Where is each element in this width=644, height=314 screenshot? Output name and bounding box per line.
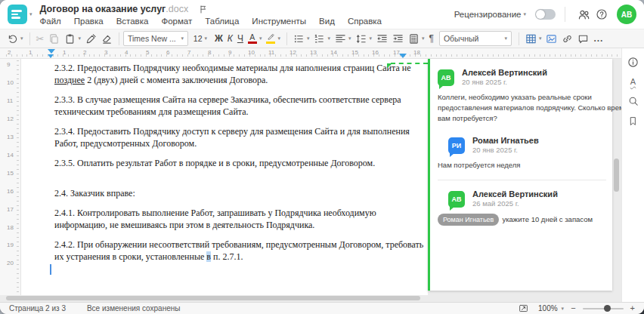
bookmarks-button[interactable] — [625, 115, 642, 127]
page-indicator[interactable]: Страница 2 из 3 — [9, 304, 66, 312]
menu-view[interactable]: Вид — [319, 17, 335, 26]
comment-item[interactable]: АВ Алексей Вертинский 20 янв 2025 г. Кол… — [438, 68, 606, 124]
clear-style-button[interactable] — [99, 31, 115, 47]
align-button[interactable]: ▾ — [333, 31, 354, 47]
format-painter-button[interactable] — [83, 31, 99, 47]
comment-reply[interactable]: АВ Алексей Вертинский 26 май 2025 г. Ром… — [438, 189, 606, 226]
decrease-indent-button[interactable] — [374, 31, 390, 47]
bold-button[interactable]: Ж — [212, 31, 225, 47]
left-indent-marker[interactable] — [48, 49, 55, 54]
numbered-list-caret-icon: ▾ — [327, 35, 330, 42]
eraser-icon — [101, 33, 113, 45]
italic-letter: К — [228, 34, 233, 43]
bullet-list-button[interactable]: ▾ — [291, 31, 312, 47]
table-caret-icon: ▾ — [539, 35, 542, 42]
bookmark-icon — [628, 116, 638, 126]
nonprinting-chars-button[interactable]: ¶ — [426, 31, 435, 47]
menu-file[interactable]: Файл — [40, 17, 61, 26]
search-button[interactable] — [625, 95, 642, 107]
font-color-button[interactable]: А ▾ — [246, 31, 265, 47]
underline-button[interactable]: Ч — [235, 31, 246, 47]
spellcheck-button[interactable]: А — [625, 75, 642, 88]
search-icon — [628, 96, 639, 106]
fit-page-icon — [519, 303, 528, 313]
workspace: 21 12 34 56 78 910 1112 1314 1516 1718 9… — [0, 48, 644, 302]
menu-help[interactable]: Справка — [348, 17, 382, 26]
insert-link-button[interactable] — [559, 31, 575, 47]
vertical-scrollbar[interactable] — [614, 159, 619, 192]
fit-width-button[interactable] — [515, 303, 531, 314]
favorite-flag-icon[interactable] — [199, 5, 208, 14]
page-margins-caret-icon: ▾ — [422, 35, 425, 42]
zoom-slider[interactable] — [583, 308, 624, 309]
titlebar: ▾ Договор на оказание услуг .docx Файл П… — [0, 0, 644, 29]
toolbar-divider — [519, 32, 519, 45]
menu-edit[interactable]: Правка — [74, 17, 104, 26]
paste-button[interactable]: ▾ — [62, 31, 83, 47]
bullet-list-caret-icon: ▾ — [307, 35, 310, 42]
zoom-out-button[interactable]: − — [571, 304, 575, 312]
numbered-list-icon — [314, 33, 325, 45]
insert-table-button[interactable]: ▾ — [523, 31, 544, 47]
numbered-list-button[interactable]: ▾ — [311, 31, 333, 47]
comment-avatar: АВ — [448, 191, 465, 208]
user-avatar[interactable]: АВ — [617, 5, 636, 24]
document-extension: .docx — [166, 4, 188, 14]
collaborators-button[interactable] — [574, 5, 593, 23]
scissors-icon: ✂ — [36, 34, 45, 44]
paragraph-2-4-1: 2.4.1. Контролировать выполнение Работ, … — [54, 207, 423, 231]
logo-menu-caret-icon[interactable]: ▾ — [29, 11, 33, 17]
undo-button[interactable]: ▾ — [5, 31, 26, 47]
insert-image-button[interactable] — [543, 31, 559, 47]
font-size-select[interactable]: 12 ▾ — [188, 31, 212, 47]
underline-letter: Ч — [237, 34, 243, 43]
hanging-indent-marker[interactable] — [48, 54, 54, 58]
zoom-in-button[interactable]: + — [630, 304, 635, 312]
align-caret-icon: ▾ — [348, 35, 351, 42]
comments-panel: АВ Алексей Вертинский 20 янв 2025 г. Кол… — [428, 59, 612, 291]
app-logo[interactable] — [8, 5, 27, 24]
app-window: ▾ Договор на оказание услуг .docx Файл П… — [0, 0, 644, 314]
line-spacing-button[interactable]: ▾ — [353, 31, 374, 47]
horizontal-ruler: 21 12 34 56 78 910 1112 1314 1516 1718 — [0, 48, 621, 59]
help-button[interactable] — [593, 5, 611, 23]
image-icon — [546, 33, 557, 45]
review-toggle[interactable] — [535, 9, 556, 20]
status-bar: Страница 2 из 3 Все изменения сохранены … — [0, 302, 644, 314]
zoom-value[interactable]: 100% — [538, 304, 558, 312]
menu-insert[interactable]: Вставка — [116, 17, 149, 26]
mention-pill[interactable]: Роман Игнатьев — [438, 214, 499, 226]
menu-table[interactable]: Таблица — [205, 17, 239, 26]
add-comment-button[interactable] — [575, 31, 591, 47]
increase-indent-button[interactable] — [390, 31, 406, 47]
page-margins-button[interactable]: ▾ — [406, 31, 427, 47]
font-name-select[interactable]: Times New ... ▾ — [123, 31, 188, 46]
style-select[interactable]: Обычный ▾ — [439, 31, 512, 46]
ellipsis-icon: ... — [593, 33, 603, 44]
review-mode-dropdown[interactable]: Рецензирование ▾ — [454, 10, 526, 19]
right-indent-marker[interactable] — [399, 54, 407, 58]
bullet-list-icon — [293, 33, 305, 45]
zoom-caret-icon[interactable]: ▾ — [562, 306, 565, 312]
brush-icon — [85, 33, 97, 45]
highlight-color-button[interactable]: ▾ — [264, 31, 283, 47]
toolbar-divider — [119, 32, 119, 45]
document-page[interactable]: 2.3.2. Предоставить Подрядчику необходим… — [21, 59, 428, 295]
highlighter-icon — [266, 33, 275, 44]
menu-format[interactable]: Формат — [161, 17, 192, 26]
about-button[interactable] — [625, 56, 642, 68]
comment-icon — [577, 33, 589, 45]
undo-caret-icon: ▾ — [20, 35, 23, 42]
font-name-caret-icon: ▾ — [181, 35, 184, 42]
italic-button[interactable]: К — [225, 31, 235, 47]
zoom-slider-knob[interactable] — [604, 305, 611, 312]
horizontal-scrollbar[interactable] — [6, 296, 420, 300]
comment-reply[interactable]: РИ Роман Игнатьев 20 янв 2025 г. Нам пот… — [438, 136, 606, 171]
cut-button[interactable]: ✂ — [34, 31, 47, 47]
copy-button[interactable] — [46, 31, 62, 47]
menu-tools[interactable]: Инструменты — [252, 17, 306, 26]
comment-text: Коллеги, необходимо указать реальные сро… — [438, 92, 606, 124]
info-icon — [627, 57, 639, 68]
comment-date: 20 янв 2025 г. — [472, 146, 539, 155]
toolbar-more-button[interactable]: ... — [591, 31, 605, 47]
